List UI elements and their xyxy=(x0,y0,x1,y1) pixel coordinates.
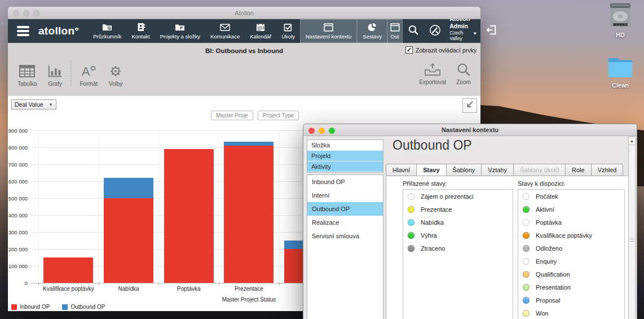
nav-item-pruzkumnik[interactable]: Průzkumník xyxy=(88,19,126,43)
bar-segment-inbound xyxy=(104,198,153,283)
state-row[interactable]: Prezentace xyxy=(403,203,513,216)
tools-button[interactable] xyxy=(424,19,446,43)
state-row[interactable]: Presentation xyxy=(518,281,624,294)
nav-item-nastaveni-kontextu[interactable]: Nastavení kontextu xyxy=(300,19,357,43)
state-label: Zájem o prezentaci xyxy=(421,193,474,200)
folder-type-row[interactable]: Interní xyxy=(307,189,383,202)
show-controls-checkbox[interactable]: ✓ Zobrazit ovládací prvky xyxy=(405,46,477,54)
dialog-scrollbar[interactable]: ▲ xyxy=(628,137,636,319)
report-header-band: BI: Outbound vs Inbound ✓ Zobrazit ovlád… xyxy=(8,43,480,96)
tab-vztahy[interactable]: Vztahy xyxy=(481,164,514,176)
minimize-button[interactable] xyxy=(23,10,29,16)
table-icon xyxy=(19,62,36,78)
tool-label: Exportovat xyxy=(419,79,446,85)
x-axis-tick xyxy=(38,283,39,285)
nav-item-label: Úkoly xyxy=(281,33,295,40)
tool-label: Tabulka xyxy=(17,81,37,87)
state-row[interactable]: Ztraceno xyxy=(403,242,513,255)
dialog-window-controls[interactable] xyxy=(308,128,335,134)
y-tick-label: 200 000 xyxy=(0,246,28,252)
tool-tabulka[interactable]: Tabulka xyxy=(12,62,42,87)
folder-type-row[interactable]: Outbound OP xyxy=(307,202,383,216)
category-label: Prezentace xyxy=(219,286,279,292)
window-controls[interactable] xyxy=(13,10,39,16)
desktop-icon-hd[interactable]: HD xyxy=(600,3,641,38)
tasks-icon xyxy=(284,23,293,32)
close-button[interactable] xyxy=(13,10,19,16)
context-type-row[interactable]: Složka xyxy=(307,140,383,151)
tool-grafy[interactable]: Grafy xyxy=(42,62,68,87)
state-row[interactable]: Nabídka xyxy=(403,216,513,229)
tab-role[interactable]: Role xyxy=(565,164,592,176)
desktop-icon-clean[interactable]: Clean xyxy=(600,56,641,89)
scrollbar-up-arrow-icon[interactable]: ▲ xyxy=(629,137,635,145)
collapse-chart-button[interactable] xyxy=(462,98,477,113)
zoom-button[interactable] xyxy=(33,10,39,16)
state-row[interactable]: Won xyxy=(518,307,624,319)
nav-item-kontakt[interactable]: Kontakt xyxy=(126,19,155,43)
state-row[interactable]: Proposal xyxy=(518,294,624,307)
tab--ablony[interactable]: Šablony xyxy=(446,164,482,176)
tool-exportovat[interactable]: Exportovat xyxy=(414,60,451,85)
menu-icon[interactable] xyxy=(11,26,35,36)
assigned-states-list: Zájem o prezentaciPrezentaceNabídkaVýhra… xyxy=(403,189,513,319)
folder-type-row[interactable]: Servisní smlouva xyxy=(307,229,383,243)
y-tick-label: 900 000 xyxy=(0,128,28,134)
context-type-row[interactable]: Aktivity xyxy=(307,161,383,172)
tab--ablony-kol-[interactable]: Šablony úkolů xyxy=(513,164,566,176)
state-color-dot xyxy=(523,297,530,304)
main-window-titlebar[interactable]: Atollon xyxy=(8,7,480,19)
measure-dropdown[interactable]: Deal Value ▼ xyxy=(11,99,56,110)
tab-hlavn-[interactable]: Hlavní xyxy=(386,164,417,176)
report-toolbar-right: ExportovatZoom xyxy=(414,60,476,85)
search-button[interactable] xyxy=(403,19,424,43)
tool-format[interactable]: AFormát xyxy=(74,62,103,87)
state-row[interactable]: Qualification xyxy=(518,268,624,281)
nav-item-projekty-a-slozky[interactable]: PProjekty a složky xyxy=(155,19,205,43)
state-row[interactable]: Počátek xyxy=(518,190,624,203)
close-button[interactable] xyxy=(308,128,315,134)
checkbox-check-icon[interactable]: ✓ xyxy=(405,46,413,54)
scrollbar-grip[interactable] xyxy=(630,238,634,242)
state-row[interactable]: Odloženo xyxy=(518,242,624,255)
group-by-button[interactable]: Project Type xyxy=(258,111,299,120)
tab-vzhled[interactable]: Vzhled xyxy=(591,164,624,176)
nav-item-sestavy[interactable]: Sestavy xyxy=(357,19,387,43)
state-row[interactable]: Poptávka xyxy=(518,216,624,229)
nav-item-ukoly[interactable]: Úkoly xyxy=(276,19,300,43)
category-label: Poptávka xyxy=(158,286,219,292)
state-row[interactable]: Enquiry xyxy=(518,255,624,268)
tool-volby[interactable]: Volby xyxy=(103,62,129,87)
context-type-row[interactable]: Projekt xyxy=(307,151,383,161)
bar-cell xyxy=(38,130,99,283)
state-label: Ztraceno xyxy=(421,245,445,252)
state-row[interactable]: Zájem o prezentaci xyxy=(403,190,513,203)
state-color-dot xyxy=(408,219,414,226)
state-row[interactable]: Výhra xyxy=(403,229,513,242)
group-by-button[interactable]: Master Proje xyxy=(211,111,253,120)
state-color-dot xyxy=(408,206,414,213)
magnifier-icon xyxy=(456,60,471,77)
zoom-button[interactable] xyxy=(329,128,335,134)
bar-cell xyxy=(219,130,279,283)
y-tick-label: 700 000 xyxy=(0,161,28,168)
dialog-titlebar[interactable]: Nastavení kontextu xyxy=(303,124,637,136)
tab-stavy[interactable]: Stavy xyxy=(416,164,446,176)
state-label: Aktivní xyxy=(536,206,554,213)
tools-icon xyxy=(429,24,441,38)
minimize-button[interactable] xyxy=(319,128,325,134)
logout-button[interactable] xyxy=(480,19,502,43)
x-axis-tick xyxy=(99,283,99,285)
contacts-icon xyxy=(136,23,145,32)
state-row[interactable]: Aktivní xyxy=(518,203,624,216)
tool-zoom[interactable]: Zoom xyxy=(451,60,476,85)
folder-type-row[interactable]: Realizace xyxy=(307,216,383,229)
nav-item-komunikace[interactable]: Komunikace xyxy=(205,19,245,43)
state-row[interactable]: Kvalifikace poptávky xyxy=(518,229,624,242)
user-menu[interactable]: Atollon Admin Czech Valley s.r.o. ▼ xyxy=(446,15,480,46)
app-navbar: atollon° PrůzkumníkKontaktPProjekty a sl… xyxy=(8,19,480,43)
nav-item-kalendar[interactable]: Kalendář xyxy=(245,19,276,43)
nav-item-out[interactable]: Out xyxy=(387,19,403,43)
folder-type-row[interactable]: Inbound OP xyxy=(307,175,383,189)
tool-label: Grafy xyxy=(48,81,61,87)
